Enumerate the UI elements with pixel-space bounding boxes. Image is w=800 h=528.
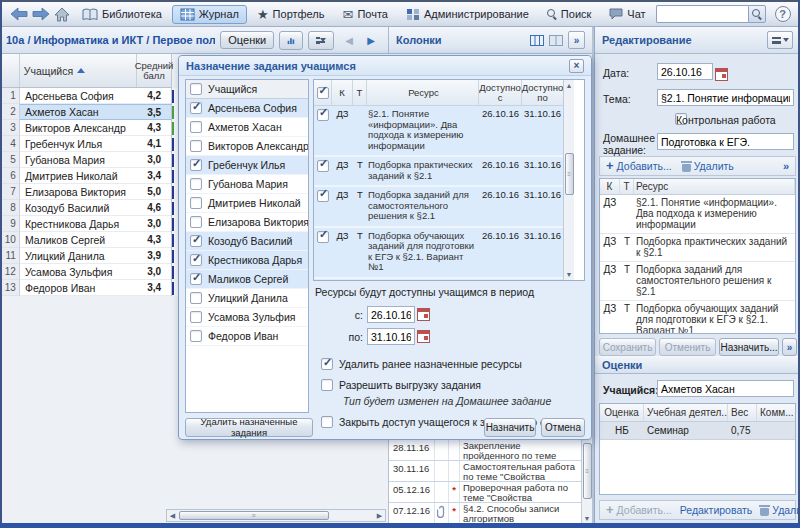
grade-student-input[interactable] — [657, 380, 794, 397]
student-row[interactable]: 1 Арсеньева София 4,2 — [0, 88, 171, 104]
from-date-input[interactable] — [367, 306, 415, 323]
dialog-student-row[interactable]: Маликов Сергей — [186, 270, 308, 289]
resource-row[interactable]: ДЗ §2.1. Понятие «информации». Два подхо… — [600, 195, 795, 234]
select-all-resources-checkbox[interactable] — [317, 87, 329, 99]
student-checkbox[interactable] — [190, 273, 202, 285]
scroll-up-arrow[interactable]: ▲ — [564, 80, 575, 91]
topic-input[interactable] — [657, 89, 794, 106]
student-checkbox[interactable] — [190, 159, 202, 171]
student-row[interactable]: 2 Ахметов Хасан 3,5 — [0, 104, 171, 120]
resource-checkbox[interactable] — [317, 190, 329, 202]
global-search-input[interactable] — [656, 5, 748, 23]
menu-mail[interactable]: ✉ Почта — [335, 5, 396, 24]
student-checkbox[interactable] — [190, 235, 202, 247]
forward-button[interactable] — [32, 4, 50, 24]
lesson-row[interactable]: 05.12.16 * Проверочная работа по теме "С… — [389, 482, 581, 503]
student-row[interactable]: 10 Маликов Сергей 4,3 — [0, 232, 171, 248]
dialog-student-row[interactable]: Викторов Александр — [186, 137, 308, 156]
select-all-checkbox[interactable] — [190, 83, 202, 95]
cancel-edit-button[interactable]: Отменить — [659, 338, 716, 356]
student-checkbox[interactable] — [190, 292, 202, 304]
student-checkbox[interactable] — [190, 140, 202, 152]
resource-checkbox[interactable] — [317, 160, 329, 172]
columns-icon[interactable] — [530, 35, 544, 46]
chart-button[interactable] — [279, 31, 303, 50]
cancel-dialog-button[interactable]: Отмена — [541, 418, 585, 437]
resource-row[interactable]: ДЗ Т Подборка практических заданий к §2.… — [600, 234, 795, 262]
resource-row[interactable]: ДЗ §2.1. Понятие «информации». Два подхо… — [314, 106, 563, 157]
dialog-student-row[interactable]: Улицкий Данила — [186, 289, 308, 308]
scroll-left-arrow[interactable]: ◀ — [167, 510, 178, 521]
resource-row[interactable]: ДЗ Т Подборка практических заданий к §2.… — [314, 157, 563, 187]
avg-column-header[interactable]: Средний балл — [137, 54, 171, 87]
dialog-student-row[interactable]: Федоров Иван — [186, 327, 308, 346]
dialog-option[interactable]: Удалить ранее назначенные ресурсы — [321, 358, 585, 370]
scrollbar-thumb[interactable]: ≡ — [179, 511, 329, 520]
next-page-button[interactable]: ▶ — [360, 31, 382, 50]
option-checkbox[interactable] — [321, 358, 333, 370]
search-submit-button[interactable] — [748, 5, 766, 23]
homework-input[interactable] — [657, 133, 794, 150]
edit-grade-button[interactable]: Редактировать — [680, 504, 753, 516]
student-row[interactable]: 7 Елизарова Виктория 5,0 — [0, 184, 171, 200]
assign-button[interactable]: Назначить... — [719, 338, 779, 356]
student-checkbox[interactable] — [190, 102, 202, 114]
view-menu-button[interactable] — [308, 31, 334, 50]
columns-alt-icon[interactable] — [549, 35, 563, 46]
student-row[interactable]: 3 Викторов Александр 4,3 — [0, 120, 171, 136]
dialog-student-row[interactable]: Ахметов Хасан — [186, 118, 308, 137]
date-input[interactable] — [657, 63, 713, 80]
student-row[interactable]: 11 Улицкий Данила 3,9 — [0, 248, 171, 264]
resource-row[interactable]: ДЗ Т Подборка заданий для самостоятельно… — [600, 262, 795, 301]
resource-checkbox[interactable] — [317, 231, 329, 243]
student-row[interactable]: 12 Усамова Зульфия 3,0 — [0, 264, 171, 280]
dialog-student-row[interactable]: Крестникова Дарья — [186, 251, 308, 270]
add-grade-button[interactable]: +Добавить... — [606, 504, 672, 516]
toolbar-overflow-button[interactable]: » — [783, 160, 789, 172]
calendar-icon[interactable] — [417, 330, 430, 343]
resources-vertical-scrollbar[interactable]: ▲ ≡ ▼ — [563, 80, 574, 280]
dialog-student-row[interactable]: Козодуб Василий — [186, 232, 308, 251]
lesson-row[interactable]: 30.11.16 * Самостоятельная работа по тем… — [389, 461, 581, 482]
dialog-student-row[interactable]: Гребенчук Илья — [186, 156, 308, 175]
save-button[interactable]: Сохранить — [599, 338, 656, 356]
student-row[interactable]: 9 Крестникова Дарья 3,0 — [0, 216, 171, 232]
resource-row[interactable]: ДЗ Т Подборка обучающих заданий для подг… — [314, 228, 563, 279]
delete-resource-button[interactable]: Удалить — [682, 160, 734, 172]
collapse-panel-button[interactable]: » — [568, 31, 585, 49]
delete-assigned-button[interactable]: Удалить назначенные задания — [185, 418, 313, 437]
scrollbar-thumb[interactable]: ≡ — [583, 443, 592, 499]
calendar-icon[interactable] — [417, 308, 430, 321]
resource-row[interactable]: ДЗ Т Подборка заданий для самостоятельно… — [314, 187, 563, 228]
back-button[interactable] — [10, 4, 28, 24]
student-checkbox[interactable] — [190, 121, 202, 133]
grade-row[interactable]: НБ Семинар 0,75 — [600, 422, 795, 440]
home-button[interactable] — [54, 4, 70, 24]
panel-menu-button[interactable] — [767, 31, 793, 49]
student-checkbox[interactable] — [190, 197, 202, 209]
dialog-student-row[interactable]: Усамова Зульфия — [186, 308, 308, 327]
lesson-row[interactable]: 28.11.16 * Закрепление пройденного по те… — [389, 440, 581, 461]
scroll-down-arrow[interactable]: ▼ — [564, 269, 575, 280]
horizontal-scrollbar[interactable]: ◀ ≡ ▶ — [166, 509, 386, 522]
student-row[interactable]: 6 Дмитриев Николай 3,4 — [0, 168, 171, 184]
dialog-student-row[interactable]: Дмитриев Николай — [186, 194, 308, 213]
dialog-student-row[interactable]: Арсеньева София — [186, 99, 308, 118]
student-row[interactable]: 4 Гребенчук Илья 4,1 — [0, 136, 171, 152]
dialog-student-row[interactable]: Елизарова Виктория — [186, 213, 308, 232]
scroll-right-arrow[interactable]: ▶ — [374, 510, 385, 521]
student-row[interactable]: 8 Козодуб Василий 4,6 — [0, 200, 171, 216]
menu-search[interactable]: Поиск — [539, 5, 599, 23]
lessons-vertical-scrollbar[interactable]: ≡ ▼ — [581, 440, 592, 524]
student-row[interactable]: 13 Федоров Иван 3,4 — [0, 280, 171, 296]
student-checkbox[interactable] — [190, 216, 202, 228]
lesson-row[interactable]: 07.12.16 * §4.2. Способы записи алгоритм… — [389, 503, 581, 524]
student-checkbox[interactable] — [190, 254, 202, 266]
help-button[interactable]: ? — [775, 6, 791, 22]
menu-journal[interactable]: Журнал — [172, 5, 247, 24]
student-row[interactable]: 5 Губанова Мария 3,0 — [0, 152, 171, 168]
resource-row[interactable]: ДЗ Т Подборка обучающих заданий для подг… — [600, 301, 795, 334]
close-icon[interactable]: × — [569, 59, 584, 73]
more-buttons-button[interactable]: » — [782, 338, 797, 356]
dialog-option[interactable]: Разрешить выгрузку задания — [321, 379, 585, 391]
